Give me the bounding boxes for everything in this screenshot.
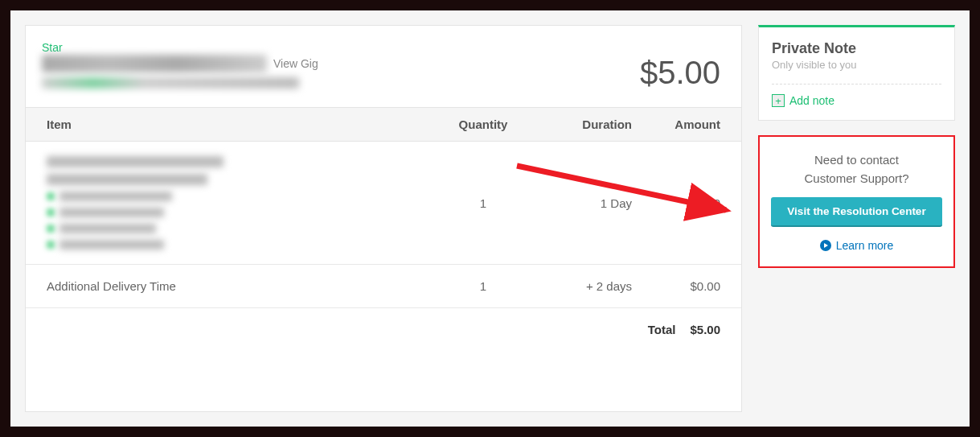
header-item: Item xyxy=(47,117,439,131)
cell-duration: 1 Day xyxy=(527,196,632,210)
order-header: View Gig $5.00 xyxy=(26,55,741,107)
play-icon xyxy=(820,240,831,251)
cell-duration: + 2 days xyxy=(527,279,632,293)
cell-amount: $0.00 xyxy=(632,279,720,293)
star-link[interactable]: Star xyxy=(42,41,63,54)
order-total-price: $5.00 xyxy=(640,55,720,91)
order-number-blurred xyxy=(42,55,267,72)
add-note-button[interactable]: + Add note xyxy=(772,94,941,107)
table-row: Additional Delivery Time 1 + 2 days $0.0… xyxy=(26,265,741,308)
header-amount: Amount xyxy=(632,117,720,131)
resolution-center-button[interactable]: Visit the Resolution Center xyxy=(771,197,942,227)
order-meta-blurred xyxy=(42,77,299,89)
order-details-panel: Star View Gig $5.00 Item Quantity Durati… xyxy=(25,25,742,412)
add-note-label: Add note xyxy=(789,94,834,107)
header-duration: Duration xyxy=(527,117,632,131)
learn-more-link[interactable]: Learn more xyxy=(820,239,894,252)
header-quantity: Quantity xyxy=(439,117,527,131)
learn-more-label: Learn more xyxy=(836,239,894,252)
plus-icon: + xyxy=(772,94,785,107)
total-row: Total $5.00 xyxy=(26,308,741,336)
customer-support-panel: Need to contact Customer Support? Visit … xyxy=(758,135,955,268)
feature-blurred xyxy=(59,224,156,233)
total-label: Total xyxy=(648,323,676,336)
feature-blurred xyxy=(59,240,164,249)
note-subtitle: Only visible to you xyxy=(772,59,941,71)
private-note-panel: Private Note Only visible to you + Add n… xyxy=(758,25,955,121)
support-text: Need to contact Customer Support? xyxy=(771,151,942,188)
table-row: 1 1 Day $5.00 xyxy=(26,142,741,265)
view-gig-link[interactable]: View Gig xyxy=(273,57,318,70)
sidebar: Private Note Only visible to you + Add n… xyxy=(758,25,955,412)
feature-blurred xyxy=(59,208,164,217)
cell-quantity: 1 xyxy=(439,196,527,210)
note-title: Private Note xyxy=(772,40,941,57)
divider xyxy=(772,84,941,85)
cell-quantity: 1 xyxy=(439,279,527,293)
table-header: Item Quantity Duration Amount xyxy=(26,107,741,142)
total-amount: $5.00 xyxy=(690,323,720,336)
feature-blurred xyxy=(59,192,172,201)
item-title-blurred xyxy=(47,156,223,167)
cell-item: Additional Delivery Time xyxy=(47,279,439,293)
item-title-blurred xyxy=(47,174,207,185)
cell-amount: $5.00 xyxy=(632,196,720,210)
